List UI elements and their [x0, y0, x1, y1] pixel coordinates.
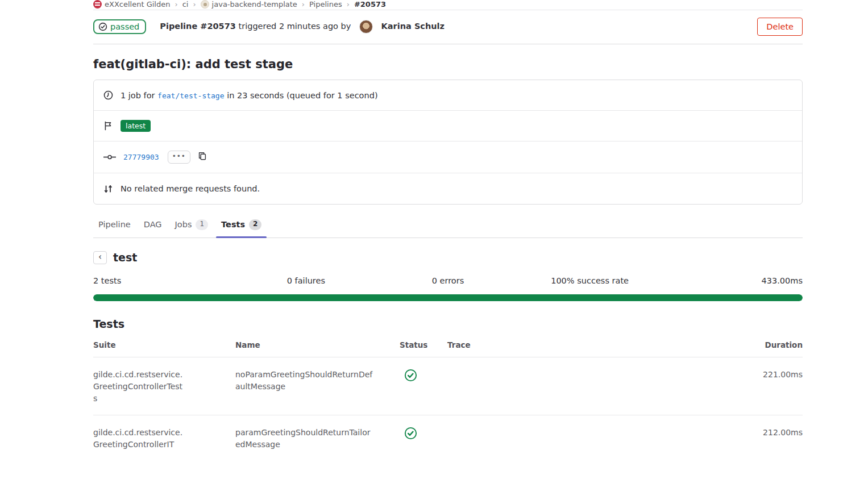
back-button[interactable]: ‹ — [93, 251, 107, 264]
tests-section-heading: Tests — [93, 318, 803, 330]
tests-table: Suite Name Status Trace Duration gilde.c… — [93, 340, 803, 461]
column-header-duration: Duration — [729, 340, 803, 349]
column-header-status: Status — [400, 340, 447, 349]
pipeline-status-badge[interactable]: passed — [93, 19, 146, 34]
column-header-trace: Trace — [447, 340, 729, 349]
page-container: eXXcellent Gilden › ci › java-backend-te… — [93, 0, 803, 461]
breadcrumb-subgroup-label: ci — [182, 0, 189, 9]
no-merge-requests-text: No related merge requests found. — [121, 184, 260, 193]
table-row: gilde.ci.cd.restservice.GreetingControll… — [93, 415, 803, 461]
job-duration-text: in 23 seconds (queued for 1 second) — [227, 91, 377, 100]
test-suite-cell: gilde.ci.cd.restservice.GreetingControll… — [93, 427, 184, 451]
tab-pipeline-label: Pipeline — [98, 220, 131, 229]
test-duration-cell: 221.00ms — [729, 369, 803, 381]
success-rate-bar — [93, 294, 803, 301]
expand-commit-button[interactable]: ••• — [168, 151, 190, 164]
tab-tests-label: Tests — [221, 220, 245, 229]
test-suite-header: ‹ test — [93, 251, 803, 264]
check-circle-icon — [98, 22, 107, 31]
merge-request-row: No related merge requests found. — [94, 173, 802, 204]
tests-table-header: Suite Name Status Trace Duration — [93, 340, 803, 357]
copy-icon — [198, 152, 207, 163]
breadcrumb-group-label: eXXcellent Gilden — [105, 0, 170, 9]
breadcrumb-project-label: java-backend-template — [212, 0, 297, 9]
chevron-right-icon: › — [347, 0, 350, 9]
job-summary-text: 1 job for feat/test-stage in 23 seconds … — [121, 91, 378, 100]
merge-request-icon — [103, 184, 113, 194]
job-summary-row: 1 job for feat/test-stage in 23 seconds … — [94, 80, 802, 111]
tab-dag-label: DAG — [144, 220, 162, 229]
tab-jobs-label: Jobs — [175, 220, 192, 229]
test-summary-stats: 2 tests 0 failures 0 errors 100% success… — [93, 276, 803, 285]
tab-jobs-count-badge: 1 — [196, 219, 208, 230]
tab-jobs[interactable]: Jobs 1 — [170, 214, 214, 238]
chevron-left-icon: ‹ — [98, 253, 102, 261]
clock-icon — [103, 90, 113, 100]
test-duration-cell: 212.00ms — [729, 427, 803, 439]
stat-total-duration: 433.00ms — [661, 276, 803, 285]
pipeline-triggered-text: triggered 2 minutes ago by — [239, 22, 351, 31]
chevron-right-icon: › — [302, 0, 305, 9]
group-avatar-icon — [93, 0, 102, 9]
pipeline-id: Pipeline #20573 — [160, 22, 236, 31]
branch-link[interactable]: feat/test-stage — [157, 91, 224, 100]
pipeline-author[interactable]: Karina Schulz — [381, 22, 445, 31]
breadcrumb-project[interactable]: java-backend-template — [201, 0, 297, 9]
avatar[interactable] — [359, 20, 373, 34]
copy-commit-sha-button[interactable] — [198, 152, 207, 163]
tab-tests[interactable]: Tests 2 — [216, 214, 267, 238]
latest-badge: latest — [121, 120, 151, 132]
test-suite-name: test — [113, 251, 137, 264]
breadcrumb-pipelines[interactable]: Pipelines — [309, 0, 342, 9]
commit-icon — [103, 154, 116, 160]
commit-sha-link[interactable]: 27779903 — [123, 153, 159, 161]
column-header-name: Name — [235, 340, 400, 349]
breadcrumb-subgroup[interactable]: ci — [182, 0, 189, 9]
job-count-text: 1 job for — [121, 91, 155, 100]
commit-row: 27779903 ••• — [94, 141, 802, 173]
tab-dag[interactable]: DAG — [139, 214, 167, 238]
pipeline-title: Pipeline #20573 triggered 2 minutes ago … — [160, 20, 445, 34]
pipeline-status-label: passed — [110, 22, 139, 31]
stat-total-tests: 2 tests — [93, 276, 235, 285]
tab-pipeline[interactable]: Pipeline — [93, 214, 136, 238]
test-suite-cell: gilde.ci.cd.restservice.GreetingControll… — [93, 369, 184, 405]
chevron-right-icon: › — [175, 0, 177, 9]
breadcrumb-group[interactable]: eXXcellent Gilden — [93, 0, 170, 9]
success-bar-fill — [93, 294, 803, 301]
commit-title: feat(gitlab-ci): add test stage — [93, 57, 803, 71]
stat-errors: 0 errors — [377, 276, 519, 285]
stat-success-rate: 100% success rate — [519, 276, 661, 285]
breadcrumb-pipelines-label: Pipelines — [309, 0, 342, 9]
stat-failures: 0 failures — [235, 276, 377, 285]
latest-row: latest — [94, 111, 802, 141]
test-passed-icon — [404, 369, 447, 382]
ellipsis-icon: ••• — [172, 152, 186, 160]
breadcrumb: eXXcellent Gilden › ci › java-backend-te… — [93, 0, 803, 10]
project-avatar-icon — [201, 0, 209, 9]
pipeline-info-box: 1 job for feat/test-stage in 23 seconds … — [93, 80, 803, 205]
chevron-right-icon: › — [193, 0, 196, 9]
pipeline-header: passed Pipeline #20573 triggered 2 minut… — [93, 10, 803, 44]
delete-button[interactable]: Delete — [757, 18, 803, 36]
column-header-suite: Suite — [93, 340, 235, 349]
flag-icon — [103, 121, 113, 131]
pipeline-tabs: Pipeline DAG Jobs 1 Tests 2 — [93, 214, 803, 238]
tab-tests-count-badge: 2 — [249, 219, 261, 230]
test-name-cell: paramGreetingShouldReturnTailoredMessage — [235, 427, 373, 451]
test-name-cell: noParamGreetingShouldReturnDefaultMessag… — [235, 369, 373, 393]
table-row: gilde.ci.cd.restservice.GreetingControll… — [93, 357, 803, 415]
breadcrumb-current-pipeline: #20573 — [354, 0, 386, 9]
test-passed-icon — [404, 427, 447, 440]
